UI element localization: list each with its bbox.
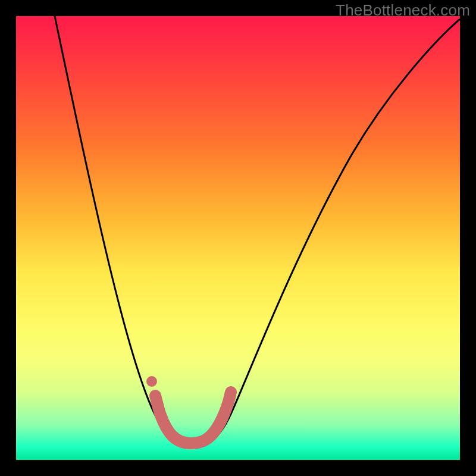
chart-svg (16, 16, 460, 460)
highlight-dot (146, 376, 157, 387)
chart-plot-area (16, 16, 460, 460)
highlight-segment (155, 392, 231, 443)
watermark-text: TheBottleneck.com (336, 1, 470, 20)
bottleneck-curve (55, 16, 460, 444)
